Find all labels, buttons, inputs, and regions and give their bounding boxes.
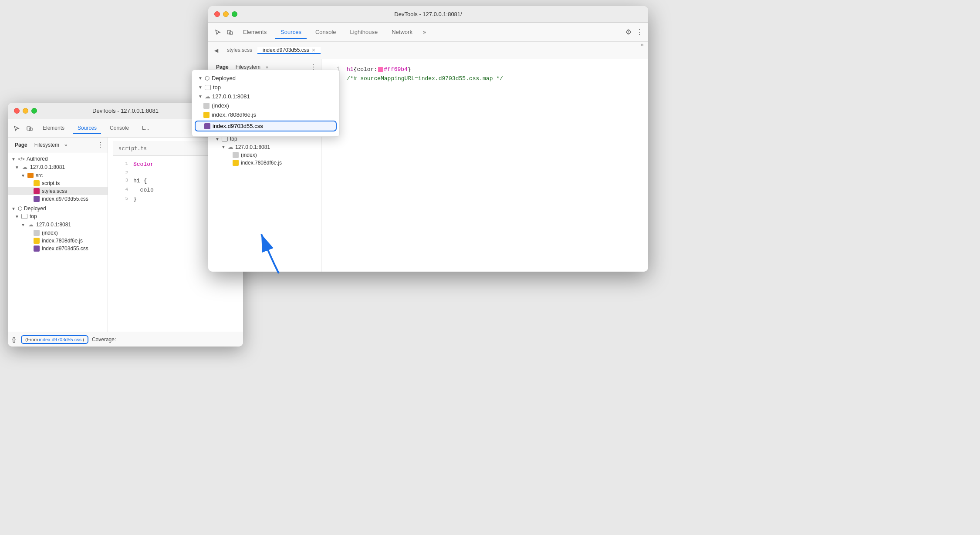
back-index-js-label: index.7808df6e.js — [42, 238, 83, 244]
front-traffic-lights — [214, 11, 237, 17]
front-window-title: DevTools - 127.0.0.1:8081/ — [394, 11, 462, 17]
front-index-js-label: index.7808df6e.js — [241, 160, 282, 166]
back-subtab-more[interactable]: » — [64, 142, 67, 148]
back-tree-authored[interactable]: ▼ </> Authored — [8, 155, 108, 163]
back-tree-styles-scss[interactable]: ▶ styles.scss — [8, 187, 108, 195]
popup-file-tree: ▼ ⬡ Deployed ▼ top ▼ ☁ 127.0.0.1:8081 (i… — [192, 70, 340, 137]
front-tree-index-js[interactable]: index.7808df6e.js — [208, 159, 321, 167]
front-tabs-more[interactable]: » — [423, 29, 426, 35]
front-brace-close: } — [408, 66, 411, 73]
back-tree-deployed[interactable]: ▼ ⬡ Deployed — [8, 205, 108, 212]
back-subtab-filesystem[interactable]: Filesystem — [31, 140, 63, 150]
front-tab-sources[interactable]: Sources — [275, 26, 307, 39]
popup-host[interactable]: ▼ ☁ 127.0.0.1:8081 — [192, 92, 339, 101]
back-from-file[interactable]: index.d9703d55.css — [39, 337, 81, 342]
front-back-btn[interactable]: ◀ — [213, 42, 220, 59]
front-tree-host-deployed[interactable]: ▼ ☁ 127.0.0.1:8081 — [208, 143, 321, 151]
back-tree-host-authored[interactable]: ▼ ☁ 127.0.0.1:8081 — [8, 163, 108, 172]
back-tab-sources[interactable]: Sources — [73, 123, 101, 134]
back-cursor-icon[interactable] — [12, 124, 21, 133]
back-src-folder-icon — [27, 173, 34, 178]
back-tree-top-folder[interactable]: ▼ top — [8, 212, 108, 220]
back-index-icon — [34, 230, 40, 236]
back-index-css-authored-icon — [34, 196, 40, 202]
front-tab-elements[interactable]: Elements — [238, 26, 272, 39]
back-format-btn[interactable]: {} — [12, 336, 16, 343]
back-cloud-icon-deployed: ☁ — [27, 221, 34, 228]
front-file-tab-index-css[interactable]: index.d9703d55.css × — [257, 47, 321, 54]
front-tab-lighthouse[interactable]: Lighthouse — [345, 26, 383, 39]
back-tree-index-css-deployed[interactable]: ▶ index.d9703d55.css — [8, 245, 108, 252]
front-dots-icon[interactable]: ⋮ — [636, 28, 643, 36]
back-deployed-css-label: index.d9703d55.css — [42, 246, 88, 252]
front-file-tab-index-css-label: index.d9703d55.css — [263, 47, 309, 53]
front-close-button[interactable] — [214, 11, 220, 17]
popup-deployed[interactable]: ▼ ⬡ Deployed — [192, 74, 339, 83]
back-src-label: src — [36, 172, 43, 178]
front-maximize-button[interactable] — [232, 11, 237, 17]
front-gear-icon[interactable]: ⚙ — [625, 28, 632, 36]
front-file-tab-close[interactable]: × — [312, 47, 315, 53]
popup-top-folder[interactable]: ▼ top — [192, 83, 339, 92]
back-script-ts-icon — [34, 180, 40, 186]
back-tree-index[interactable]: ▶ (index) — [8, 229, 108, 237]
popup-index-js[interactable]: index.7808df6e.js — [192, 110, 339, 119]
back-device-icon[interactable] — [25, 124, 34, 133]
back-traffic-lights — [14, 108, 37, 114]
front-tab-network[interactable]: Network — [386, 26, 418, 39]
back-maximize-button[interactable] — [31, 108, 37, 114]
popup-top-arrow: ▼ — [198, 85, 203, 90]
back-tab-more[interactable]: L... — [138, 123, 154, 134]
front-device-icon[interactable] — [226, 28, 234, 37]
back-tab-console[interactable]: Console — [105, 123, 133, 134]
back-tree-index-css[interactable]: ▶ index.d9703d55.css — [8, 195, 108, 203]
front-subtab-more[interactable]: » — [266, 64, 268, 70]
back-panels: Page Filesystem » ⋮ ▼ </> Authored ▼ ☁ 1… — [8, 138, 243, 332]
back-subtab-page[interactable]: Page — [11, 140, 31, 150]
back-top-folder-icon — [21, 214, 27, 219]
front-code-line-1: 1 h1{color:#ff69b4} — [328, 65, 642, 74]
popup-index-css-highlighted[interactable]: index.d9703d55.css — [195, 121, 337, 131]
back-coverage-label: Coverage: — [92, 336, 116, 343]
popup-cloud-icon: ☁ — [205, 93, 210, 100]
back-tree-src-folder[interactable]: ▼ src — [8, 172, 108, 179]
popup-top-folder-icon — [205, 85, 211, 90]
back-tree-index-js[interactable]: ▶ index.7808df6e.js — [8, 237, 108, 245]
back-window-title: DevTools - 127.0.0.1:8081 — [92, 108, 159, 114]
front-tab-console[interactable]: Console — [310, 26, 341, 39]
back-script-ts-label: script.ts — [42, 180, 60, 186]
back-line-num-3: 3 — [119, 177, 128, 185]
front-file-tab-styles[interactable]: styles.scss — [222, 47, 257, 54]
back-host-deployed-label: 127.0.0.1:8081 — [36, 222, 71, 228]
back-index-js-icon — [34, 238, 40, 244]
back-line-num-5: 5 — [119, 195, 128, 203]
back-tree-script-ts[interactable]: ▶ script.ts — [8, 179, 108, 187]
back-top-label: top — [30, 213, 37, 219]
front-cursor-icon[interactable] — [213, 28, 222, 37]
back-minimize-button[interactable] — [23, 108, 28, 114]
front-file-tabs-more[interactable]: » — [641, 42, 644, 59]
popup-host-label: 127.0.0.1:8081 — [212, 93, 250, 100]
back-statusbar: {} (From index.d9703d55.css ) Coverage: — [8, 332, 243, 347]
front-top-folder-icon — [222, 136, 228, 141]
back-close-button[interactable] — [14, 108, 20, 114]
popup-deployed-cube-icon: ⬡ — [205, 75, 210, 81]
front-top-arrow: ▼ — [215, 137, 220, 141]
back-subtabs: Page Filesystem » ⋮ — [8, 138, 108, 152]
back-tree-host-deployed[interactable]: ▼ ☁ 127.0.0.1:8081 — [8, 220, 108, 229]
back-subtab-dots[interactable]: ⋮ — [97, 141, 104, 149]
back-authored-code-icon: </> — [18, 156, 25, 162]
popup-deployed-arrow: ▼ — [198, 76, 203, 81]
front-h1-tag: h1 — [347, 66, 354, 73]
front-color-swatch — [378, 67, 383, 72]
front-tree-index-page[interactable]: (index) — [208, 151, 321, 159]
back-devtools-window: DevTools - 127.0.0.1:8081 Elements Sourc… — [8, 103, 243, 347]
back-tab-elements[interactable]: Elements — [38, 123, 69, 134]
back-from-close: ) — [82, 337, 84, 342]
front-index-page-icon — [233, 152, 239, 158]
front-code-line-3: 3 — [328, 84, 642, 92]
front-minimize-button[interactable] — [223, 11, 229, 17]
front-cloud-deployed-icon: ☁ — [228, 144, 233, 150]
popup-index[interactable]: (index) — [192, 101, 339, 110]
back-code-text-1: $color — [133, 160, 154, 169]
